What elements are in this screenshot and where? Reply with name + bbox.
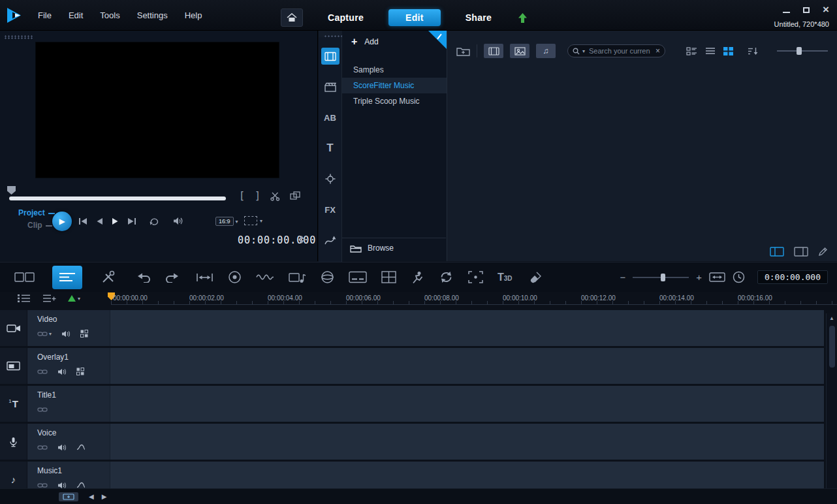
project-mode-label[interactable]: Project [18, 208, 55, 217]
scroll-left-button[interactable]: ◀ [89, 493, 94, 500]
next-frame-button[interactable] [112, 217, 119, 225]
list-view-button[interactable] [705, 47, 716, 55]
library-folder-samples[interactable]: Samples [342, 62, 447, 78]
slider-handle[interactable] [797, 47, 802, 55]
go-to-end-button[interactable] [127, 217, 136, 225]
show-videos-button[interactable] [484, 44, 503, 58]
home-button[interactable] [281, 8, 303, 27]
media-category-button[interactable] [321, 48, 340, 65]
search-input[interactable] [588, 46, 653, 55]
export-arrow-button[interactable] [518, 12, 528, 24]
tab-share[interactable]: Share [449, 9, 509, 26]
mix-tools-button[interactable] [101, 270, 116, 284]
title-category-button[interactable]: T [321, 140, 340, 157]
browse-button[interactable]: Browse [342, 238, 446, 257]
link-clips-button[interactable] [37, 445, 48, 450]
spinner-down-icon[interactable] [299, 240, 304, 244]
pin-panel-button[interactable] [428, 31, 447, 49]
mute-track-button[interactable] [61, 330, 71, 338]
painting-creator-button[interactable] [527, 271, 542, 284]
repeat-button[interactable] [149, 217, 159, 225]
zoom-in-button[interactable]: + [696, 273, 702, 282]
auto-music-button[interactable] [289, 272, 306, 283]
sound-mixer-button[interactable] [256, 272, 274, 283]
instant-project-button[interactable] [321, 78, 340, 95]
volume-curve-button[interactable] [76, 444, 86, 450]
track-manager-button[interactable] [17, 294, 31, 303]
go-to-start-button[interactable] [78, 217, 87, 225]
subtitle-editor-button[interactable] [349, 271, 367, 283]
add-track-button[interactable] [42, 294, 56, 303]
undo-button[interactable] [137, 272, 151, 283]
play-button[interactable]: ▶ [52, 212, 72, 231]
transition-category-button[interactable]: AB [321, 109, 340, 126]
import-media-button[interactable] [456, 46, 470, 56]
add-folder-button[interactable]: Add [364, 37, 378, 46]
previous-frame-button[interactable] [96, 217, 103, 225]
scrubber-bar[interactable] [9, 197, 226, 200]
thumbnail-view-button[interactable] [723, 47, 733, 55]
panel-grip-handle[interactable] [4, 35, 34, 39]
show-photos-button[interactable] [510, 44, 529, 58]
library-folder-triplescoop[interactable]: Triple Scoop Music [342, 93, 447, 109]
timeline-zoom-slider[interactable] [633, 273, 689, 282]
library-folder-scorefitter[interactable]: ScoreFitter Music [342, 78, 447, 93]
voice-track-lane[interactable] [110, 424, 824, 460]
clip-mode-label[interactable]: Clip [27, 221, 52, 230]
selection-tool[interactable]: ▾ [244, 216, 262, 225]
motion-path-category-button[interactable] [321, 232, 340, 249]
maximize-button[interactable] [803, 7, 810, 13]
timeline-ruler[interactable]: 00:00:00.00 00:00:02.00 00:00:04.00 00:0… [111, 292, 837, 305]
360-video-button[interactable] [321, 270, 334, 284]
mute-track-button[interactable] [57, 482, 67, 489]
menu-file[interactable]: File [38, 10, 52, 20]
scroll-up-button[interactable]: ▲ [829, 315, 834, 321]
menu-help[interactable]: Help [185, 10, 202, 20]
storyboard-view-button[interactable] [14, 270, 35, 285]
3d-title-button[interactable]: T3D [497, 272, 513, 283]
search-clear-button[interactable]: × [655, 48, 660, 54]
ripple-edit-button[interactable]: ▾ [68, 295, 80, 302]
volume-button[interactable] [173, 217, 183, 225]
search-scope-caret-icon[interactable]: ▾ [582, 48, 585, 54]
edit-panel-button[interactable] [818, 247, 828, 257]
minimize-button[interactable] [783, 12, 790, 13]
mosaic-button[interactable] [76, 368, 84, 375]
video-track-lane[interactable] [110, 310, 824, 346]
scroll-right-button[interactable]: ▶ [102, 493, 107, 500]
insert-track-button[interactable] [59, 492, 78, 501]
menu-edit[interactable]: Edit [69, 10, 83, 20]
detail-view-button[interactable] [686, 47, 697, 55]
show-library-panel-button[interactable] [770, 247, 784, 257]
zoom-out-button[interactable]: − [620, 273, 625, 282]
motion-tracking-button[interactable] [411, 271, 424, 284]
redo-button[interactable] [165, 272, 179, 283]
graphic-category-button[interactable] [321, 170, 340, 187]
show-options-panel-button[interactable] [794, 247, 808, 257]
record-capture-button[interactable] [228, 270, 242, 284]
filter-category-button[interactable]: FX [321, 201, 340, 218]
mark-in-button[interactable]: [ [239, 190, 245, 202]
tracker-button[interactable] [468, 271, 483, 283]
split-clip-button[interactable] [270, 191, 280, 201]
menu-settings[interactable]: Settings [137, 10, 168, 20]
grid-button[interactable] [381, 271, 396, 283]
close-button[interactable]: × [823, 6, 829, 14]
menu-tools[interactable]: Tools [100, 10, 119, 20]
title-track-lane[interactable] [110, 386, 824, 422]
link-clips-button[interactable] [37, 482, 48, 488]
timecode-spinner[interactable] [299, 236, 304, 244]
show-music-button[interactable]: ♫ [536, 44, 556, 58]
link-clips-button[interactable] [37, 407, 48, 413]
music-track-lane[interactable] [110, 462, 824, 488]
slider-handle[interactable] [661, 274, 665, 281]
mute-track-button[interactable] [57, 368, 67, 375]
mark-out-button[interactable]: ] [255, 190, 261, 202]
link-clips-button[interactable] [37, 369, 48, 375]
enlarge-preview-button[interactable] [290, 191, 300, 200]
volume-curve-button[interactable] [76, 482, 86, 488]
spinner-up-icon[interactable] [299, 236, 304, 239]
vertical-scrollbar[interactable]: ▲ [826, 313, 837, 488]
mosaic-button[interactable] [80, 330, 88, 338]
timeline-view-button[interactable] [52, 266, 82, 289]
